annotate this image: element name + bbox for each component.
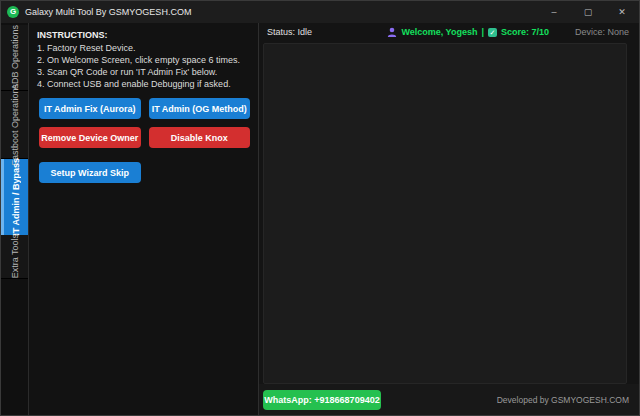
setup-wizard-skip-button[interactable]: Setup Wizard Skip bbox=[39, 162, 141, 183]
tab-label: Fastboot Operations bbox=[10, 84, 20, 166]
status-separator: | bbox=[481, 27, 484, 37]
remove-device-owner-button[interactable]: Remove Device Owner bbox=[39, 127, 141, 148]
status-right-group: Welcome, Yogesh | ✓ Score: 7/10 Device: … bbox=[387, 27, 629, 37]
minimize-icon[interactable]: – bbox=[537, 1, 571, 23]
close-icon[interactable]: ✕ bbox=[605, 1, 639, 23]
tab-label: Extra Tools bbox=[10, 234, 20, 278]
instruction-line-3: 3. Scan QR Code or run 'IT Admin Fix' be… bbox=[37, 66, 252, 78]
app-window: G Galaxy Multi Tool By GSMYOGESH.COM – ▢… bbox=[0, 0, 640, 416]
welcome-text: Welcome, Yogesh bbox=[401, 27, 477, 37]
check-icon: ✓ bbox=[488, 28, 497, 37]
window-title: Galaxy Multi Tool By GSMYOGESH.COM bbox=[25, 7, 191, 17]
it-admin-fix-aurora-button[interactable]: IT Admin Fix (Aurora) bbox=[39, 98, 141, 119]
whatsapp-button[interactable]: WhatsApp: +918668709402 bbox=[263, 390, 381, 410]
instruction-line-4: 4. Connect USB and enable Debugging if a… bbox=[37, 78, 252, 90]
instruction-line-1: 1. Factory Reset Device. bbox=[37, 42, 252, 54]
instructions-heading: INSTRUCTIONS: bbox=[37, 30, 252, 40]
action-buttons: IT Admin Fix (Aurora) IT Admin (OG Metho… bbox=[37, 98, 252, 183]
score-text: Score: 7/10 bbox=[501, 27, 549, 37]
tab-it-admin-bypass[interactable]: IT Admin / Bypass bbox=[1, 159, 28, 235]
window-controls: – ▢ ✕ bbox=[537, 1, 639, 23]
tab-label: IT Admin / Bypass bbox=[11, 158, 21, 236]
device-status-text: Device: None bbox=[575, 27, 629, 37]
status-bar: Status: Idle Welcome, Yogesh | ✓ Score: … bbox=[259, 23, 639, 41]
app-logo-icon: G bbox=[7, 6, 19, 18]
developer-credit: Developed by GSMYOGESH.COM bbox=[497, 395, 629, 405]
right-panel: Status: Idle Welcome, Yogesh | ✓ Score: … bbox=[259, 23, 639, 415]
disable-knox-button[interactable]: Disable Knox bbox=[149, 127, 251, 148]
tab-extra-tools[interactable]: Extra Tools bbox=[1, 235, 28, 279]
person-icon bbox=[387, 27, 397, 37]
tab-adb-operations[interactable]: ADB Operations bbox=[1, 25, 28, 91]
tab-fastboot-operations[interactable]: Fastboot Operations bbox=[1, 91, 28, 159]
bottom-bar: WhatsApp: +918668709402 Developed by GSM… bbox=[259, 384, 639, 415]
titlebar: G Galaxy Multi Tool By GSMYOGESH.COM – ▢… bbox=[1, 1, 639, 23]
log-output-area[interactable] bbox=[263, 43, 627, 384]
it-admin-og-method-button[interactable]: IT Admin (OG Method) bbox=[149, 98, 251, 119]
instruction-line-2: 2. On Welcome Screen, click empty space … bbox=[37, 54, 252, 66]
main-area: ADB Operations Fastboot Operations IT Ad… bbox=[1, 23, 639, 415]
maximize-icon[interactable]: ▢ bbox=[571, 1, 605, 23]
tab-strip: ADB Operations Fastboot Operations IT Ad… bbox=[1, 23, 29, 415]
it-admin-panel: INSTRUCTIONS: 1. Factory Reset Device. 2… bbox=[29, 23, 259, 415]
tab-label: ADB Operations bbox=[10, 25, 20, 90]
status-text: Status: Idle bbox=[267, 27, 312, 37]
